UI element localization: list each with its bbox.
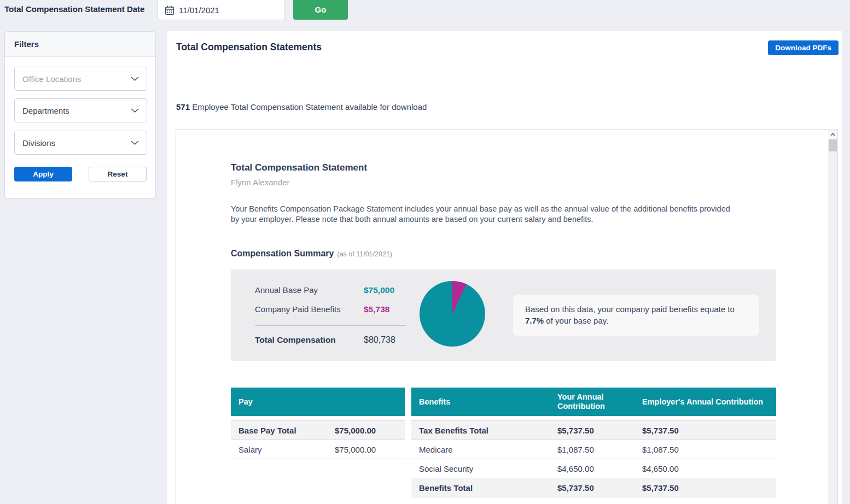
employer-contribution-header: Employer's Annual Contribution xyxy=(642,397,769,407)
summary-divider xyxy=(255,325,406,326)
total-compensation-value: $80,738 xyxy=(364,335,395,345)
row-your-value: $5,737.50 xyxy=(557,483,642,493)
date-value: 11/01/2021 xyxy=(179,3,219,15)
summary-row: Annual Base Pay $75,000 xyxy=(255,285,430,295)
row-your-value: $1,087.50 xyxy=(557,445,642,454)
intro-line-1: Your Benefits Compensation Package State… xyxy=(231,204,776,214)
statement-title: Total Compensation Statement xyxy=(231,162,776,173)
apply-button[interactable]: Apply xyxy=(14,167,72,181)
filters-header: Filters xyxy=(5,32,155,57)
scrollbar-thumb[interactable] xyxy=(829,139,837,151)
row-label: Medicare xyxy=(419,445,557,454)
note-percentage: 7.7% xyxy=(525,316,544,325)
statement-document: Total Compensation Statement Flynn Alexa… xyxy=(176,130,837,497)
table-row: Salary $75,000.00 xyxy=(231,440,405,459)
benefits-note-box: Based on this data, your company paid be… xyxy=(513,295,759,336)
row-your-value: $5,737.50 xyxy=(557,426,642,435)
note-line-2: 7.7% of your base pay. xyxy=(525,315,748,327)
row-label: Social Security xyxy=(419,464,557,473)
row-label: Tax Benefits Total xyxy=(419,426,557,435)
date-filter-label: Total Compensation Statement Date xyxy=(4,4,144,14)
benefits-header-label: Benefits xyxy=(419,397,557,407)
intro-line-2: by your employer. Please note that both … xyxy=(231,214,776,225)
statement-count-line: 571 Employee Total Compensation Statemen… xyxy=(176,102,427,112)
row-value: $75,000.00 xyxy=(335,426,397,435)
office-locations-dropdown[interactable]: Office Locations xyxy=(14,67,147,91)
statement-count-text: Employee Total Compensation Statement av… xyxy=(190,102,427,112)
main-panel: Total Compensation Statements Download P… xyxy=(167,30,842,504)
departments-dropdown[interactable]: Departments xyxy=(14,98,147,122)
row-employer-value: $5,737.50 xyxy=(642,483,769,493)
summary-row: Company Paid Benefits $5,738 xyxy=(255,304,430,314)
annual-base-pay-label: Annual Base Pay xyxy=(255,285,364,295)
summary-figures: Annual Base Pay $75,000 Company Paid Ben… xyxy=(255,285,430,345)
statement-intro: Your Benefits Compensation Package State… xyxy=(231,204,776,225)
calendar-icon xyxy=(165,3,174,15)
note-line-1: Based on this data, your company paid be… xyxy=(525,304,748,315)
scroll-up-button[interactable] xyxy=(828,130,837,139)
compensation-summary-box: Annual Base Pay $75,000 Company Paid Ben… xyxy=(231,269,776,361)
row-label: Base Pay Total xyxy=(238,426,335,435)
annual-base-pay-value: $75,000 xyxy=(364,285,394,295)
chevron-down-icon xyxy=(131,77,139,81)
statement-count: 571 xyxy=(176,102,190,112)
company-paid-benefits-label: Company Paid Benefits xyxy=(255,304,364,314)
filters-panel: Filters Office Locations Departments Div… xyxy=(4,31,156,198)
row-label: Salary xyxy=(238,445,335,454)
download-pdfs-button[interactable]: Download PDFs xyxy=(768,40,839,55)
note-rest: of your base pay. xyxy=(544,316,608,325)
summary-heading: Compensation Summary xyxy=(231,249,334,258)
row-value: $75,000.00 xyxy=(335,445,397,454)
office-locations-label: Office Locations xyxy=(22,74,81,84)
company-paid-benefits-value: $5,738 xyxy=(364,304,389,314)
benefits-table-body: Tax Benefits Total $5,737.50 $5,737.50 M… xyxy=(411,420,776,497)
row-employer-value: $4,650.00 xyxy=(642,464,769,473)
page-title: Total Compensation Statements xyxy=(176,42,322,53)
chevron-down-icon xyxy=(131,140,139,145)
table-row: Social Security $4,650.00 $4,650.00 xyxy=(411,459,776,478)
total-compensation-label: Total Compensation xyxy=(255,335,364,345)
statement-viewer: Total Compensation Statement Flynn Alexa… xyxy=(176,129,838,504)
filters-title: Filters xyxy=(14,39,39,49)
row-employer-value: $1,087.50 xyxy=(642,445,769,454)
benefits-table-header: Benefits Your Annual Contribution Employ… xyxy=(411,388,776,416)
date-input[interactable]: 11/01/2021 xyxy=(158,0,285,20)
table-row: Tax Benefits Total $5,737.50 $5,737.50 xyxy=(411,421,776,440)
departments-label: Departments xyxy=(22,106,69,115)
divisions-label: Divisions xyxy=(22,138,55,148)
table-row: Medicare $1,087.50 $1,087.50 xyxy=(411,440,776,459)
divisions-dropdown[interactable]: Divisions xyxy=(14,131,147,155)
your-contribution-header: Your Annual Contribution xyxy=(557,392,642,412)
go-button[interactable]: Go xyxy=(293,0,348,20)
reset-button[interactable]: Reset xyxy=(89,167,147,181)
benefits-table: Benefits Your Annual Contribution Employ… xyxy=(411,388,776,497)
pay-table-header: Pay xyxy=(231,388,405,416)
pay-header-label: Pay xyxy=(238,397,253,407)
summary-total-row: Total Compensation $80,738 xyxy=(255,335,430,345)
row-label: Benefits Total xyxy=(419,483,557,493)
pay-table: Pay Base Pay Total $75,000.00 Salary $75… xyxy=(231,388,405,497)
table-row: Benefits Total $5,737.50 $5,737.50 xyxy=(411,478,776,497)
scrollbar[interactable] xyxy=(828,130,837,504)
statement-tables: Pay Base Pay Total $75,000.00 Salary $75… xyxy=(231,388,776,497)
row-employer-value: $5,737.50 xyxy=(642,426,769,435)
employee-name: Flynn Alexander xyxy=(231,178,776,187)
pay-table-body: Base Pay Total $75,000.00 Salary $75,000… xyxy=(231,420,405,459)
summary-section-heading: Compensation Summary(as of 11/01/2021) xyxy=(231,249,776,259)
scroll-up-icon xyxy=(830,133,835,136)
table-row: Base Pay Total $75,000.00 xyxy=(231,421,405,440)
pie-chart xyxy=(420,281,485,347)
chevron-down-icon xyxy=(131,108,139,113)
row-your-value: $4,650.00 xyxy=(557,464,642,473)
summary-as-of: (as of 11/01/2021) xyxy=(337,250,392,258)
